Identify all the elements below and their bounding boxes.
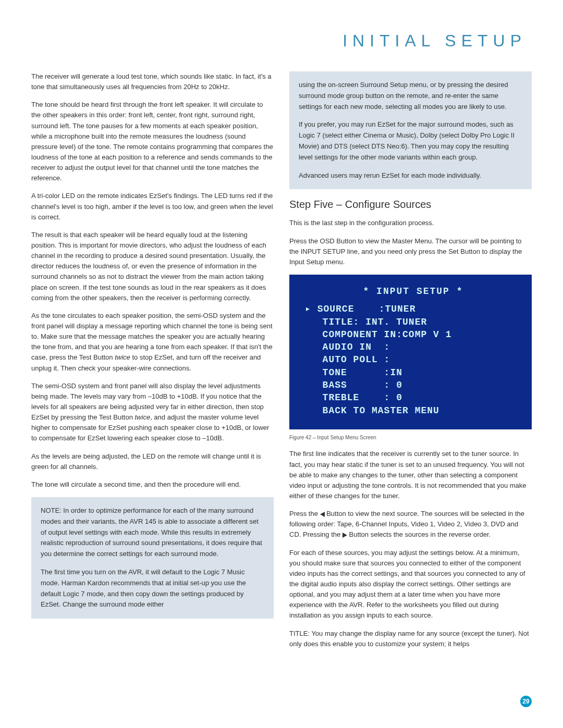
right-column: using the on-screen Surround Setup menu,… <box>289 71 532 657</box>
body-text: The semi-OSD system and front panel will… <box>31 381 274 444</box>
page-title: INITIAL SETUP <box>31 31 532 51</box>
body-text: The tone will circulate a second time, a… <box>31 479 274 490</box>
body-text: The result is that each speaker will be … <box>31 230 274 303</box>
body-text: This is the last step in the configurati… <box>289 218 532 228</box>
body-text: A tri-color LED on the remote indicates … <box>31 191 274 222</box>
osd-row-back: BACK TO MASTER MENU <box>305 404 521 417</box>
body-text: For each of these sources, you may adjus… <box>289 548 532 621</box>
osd-title: * INPUT SETUP * <box>305 285 521 298</box>
note-box-right: using the on-screen Surround Setup menu,… <box>289 71 532 189</box>
left-column: The receiver will generate a loud test t… <box>31 71 274 657</box>
body-text: Press the Button to view the next source… <box>289 509 532 540</box>
right-arrow-icon <box>342 533 347 538</box>
text-run: Press the <box>289 510 320 517</box>
text-emphasis: twice <box>135 413 151 421</box>
note-paragraph: The first time you turn on the AVR, it w… <box>41 567 264 610</box>
page-number-badge: 29 <box>520 696 532 707</box>
figure-caption: Figure 42 – Input Setup Menu Screen <box>289 434 532 442</box>
body-text: The first line indicates that the receiv… <box>289 449 532 501</box>
text-run: Button selects the sources in the revers… <box>347 530 491 538</box>
osd-row-tone: TONE :IN <box>305 366 521 379</box>
body-text: The receiver will generate a loud test t… <box>31 71 274 92</box>
left-arrow-icon <box>320 512 325 517</box>
note-box-left: NOTE: In order to optimize performance f… <box>31 497 274 619</box>
main-columns: The receiver will generate a loud test t… <box>31 71 532 657</box>
osd-row-component: COMPONENT IN:COMP V 1 <box>305 328 521 341</box>
body-text: As the levels are being adjusted, the LE… <box>31 451 274 472</box>
note-paragraph: NOTE: In order to optimize performance f… <box>41 505 264 560</box>
note-label: NOTE: <box>41 507 62 514</box>
body-text: Press the OSD Button to view the Master … <box>289 236 532 267</box>
osd-row-treble: TREBLE : 0 <box>305 391 521 404</box>
text-emphasis: twice <box>115 353 130 361</box>
osd-row-auto-poll: AUTO POLL : <box>305 353 521 366</box>
note-paragraph: Advanced users may rerun EzSet for each … <box>299 170 522 181</box>
body-text: TITLE: You may change the display name f… <box>289 628 532 649</box>
osd-row-source: ▸ SOURCE :TUNER <box>305 303 521 315</box>
osd-row-audio-in: AUDIO IN : <box>305 341 521 353</box>
step-five-heading: Step Five – Configure Sources <box>289 196 532 213</box>
text-run: In order to optimize performance for eac… <box>41 507 262 558</box>
note-paragraph: If you prefer, you may run EzSet for the… <box>299 119 522 163</box>
input-setup-osd-screen: * INPUT SETUP * ▸ SOURCE :TUNER TITLE: I… <box>289 275 532 429</box>
osd-row-bass: BASS : 0 <box>305 379 521 391</box>
body-text: The tone should be heard first through t… <box>31 100 274 183</box>
osd-row-title: TITLE: INT. TUNER <box>305 316 521 328</box>
body-text: As the tone circulates to each speaker p… <box>31 311 274 374</box>
note-paragraph: using the on-screen Surround Setup menu,… <box>299 80 522 112</box>
